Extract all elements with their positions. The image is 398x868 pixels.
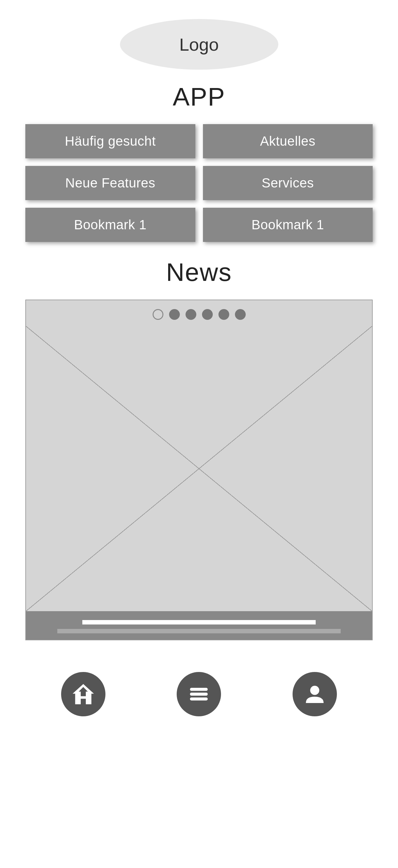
carousel-dot-5[interactable] bbox=[235, 309, 246, 320]
carousel-dot-0[interactable] bbox=[153, 309, 163, 320]
carousel-dots bbox=[26, 300, 372, 326]
logo-ellipse: Logo bbox=[120, 19, 278, 70]
carousel-bottom-bar bbox=[26, 611, 372, 640]
btn-services[interactable]: Services bbox=[203, 166, 373, 200]
svg-rect-0 bbox=[190, 688, 208, 691]
logo-text: Logo bbox=[179, 34, 219, 55]
carousel-dot-2[interactable] bbox=[186, 309, 196, 320]
btn-aktuelles[interactable]: Aktuelles bbox=[203, 124, 373, 158]
app-title: APP bbox=[173, 82, 225, 112]
btn-neue-features[interactable]: Neue Features bbox=[25, 166, 195, 200]
btn-bookmark-1-left[interactable]: Bookmark 1 bbox=[25, 208, 195, 242]
carousel-container bbox=[25, 300, 373, 640]
carousel-bar-line-white bbox=[82, 620, 316, 624]
carousel-bar-line-gray bbox=[57, 629, 341, 633]
carousel-image bbox=[26, 326, 372, 611]
carousel-dot-3[interactable] bbox=[202, 309, 213, 320]
svg-point-3 bbox=[310, 686, 319, 695]
home-icon bbox=[71, 681, 96, 707]
btn-bookmark-1-right[interactable]: Bookmark 1 bbox=[203, 208, 373, 242]
menu-icon bbox=[186, 681, 212, 707]
svg-rect-2 bbox=[190, 697, 208, 701]
logo-container: Logo bbox=[120, 19, 278, 70]
profile-icon bbox=[302, 681, 327, 707]
tab-profile[interactable] bbox=[293, 672, 337, 716]
btn-haeufig-gesucht[interactable]: Häufig gesucht bbox=[25, 124, 195, 158]
carousel-dot-4[interactable] bbox=[218, 309, 229, 320]
tab-home[interactable] bbox=[61, 672, 105, 716]
news-title: News bbox=[166, 258, 232, 287]
tab-menu[interactable] bbox=[177, 672, 221, 716]
carousel-dot-1[interactable] bbox=[169, 309, 180, 320]
nav-buttons-grid: Häufig gesucht Aktuelles Neue Features S… bbox=[25, 124, 373, 242]
tab-bar bbox=[25, 665, 373, 723]
svg-rect-1 bbox=[190, 692, 208, 696]
